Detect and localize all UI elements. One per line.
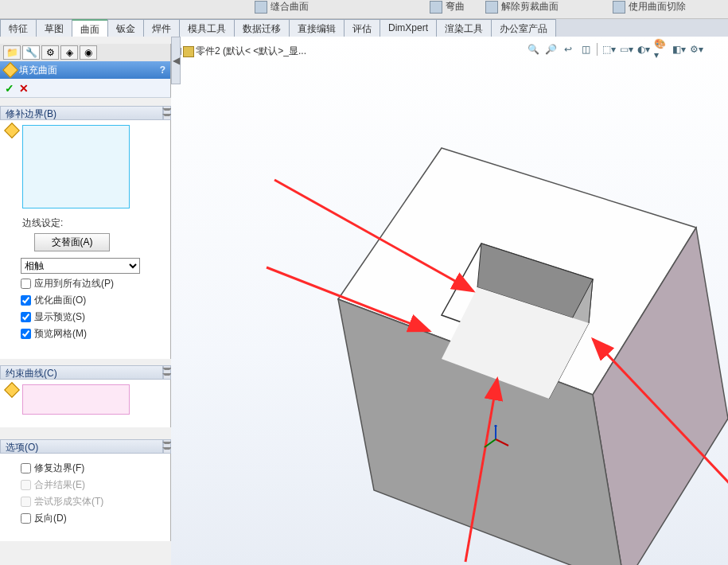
command-manager-tabs: 特征草图曲面钣金焊件模具工具数据迁移直接编辑评估DimXpert渲染工具办公室产… [0, 19, 728, 37]
orientation-triad-icon [481, 425, 510, 454]
apply-to-all-edges-row[interactable]: 应用到所有边线(P) [21, 277, 164, 290]
show-preview-checkbox[interactable] [21, 312, 31, 322]
display-style-icon[interactable]: ▭▾ [618, 41, 634, 57]
reverse-direction-checkbox[interactable] [21, 513, 31, 524]
show-preview-row[interactable]: 显示预览(S) [21, 310, 164, 324]
section-view-icon[interactable]: ◫ [578, 41, 594, 57]
reverse-direction-label: 反向(D) [34, 512, 67, 525]
cut-with-surface-label: 使用曲面切除 [629, 0, 686, 14]
show-preview-label: 显示预览(S) [34, 310, 85, 324]
cmd-tab-0[interactable]: 特征 [0, 19, 37, 37]
try-form-solid-row: 尝试形成实体(T) [21, 495, 164, 509]
section-grip-icon[interactable] [163, 365, 171, 380]
graphics-viewport[interactable]: + 零件2 (默认< <默认>_显... 🔍 🔎 ↩ ◫ ⬚▾ ▭▾ ◐▾ 🎨▾… [171, 37, 728, 565]
cmd-tab-3[interactable]: 钣金 [107, 19, 144, 37]
part-name-label: 零件2 (默认< <默认>_显... [196, 45, 306, 58]
try-form-solid-label: 尝试形成实体(T) [34, 495, 103, 509]
cmd-tab-5[interactable]: 模具工具 [179, 19, 235, 37]
boundary-selection-list[interactable] [22, 125, 130, 208]
svg-line-10 [485, 439, 496, 447]
fix-boundary-checkbox[interactable] [21, 463, 31, 473]
boundary-selection-icon [4, 123, 20, 138]
section-grip-icon[interactable] [163, 106, 171, 120]
previous-view-icon[interactable]: ↩ [560, 41, 576, 57]
cmd-tab-10[interactable]: 渲染工具 [436, 19, 492, 37]
zoom-area-icon[interactable]: 🔎 [543, 41, 559, 57]
preview-mesh-checkbox[interactable] [21, 329, 31, 339]
flex-label: 弯曲 [446, 0, 465, 14]
preview-mesh-label: 预览网格(M) [34, 327, 87, 341]
view-orientation-icon[interactable]: ⬚▾ [601, 41, 617, 57]
untrim-surface-label: 解除剪裁曲面 [501, 0, 559, 14]
fm-tab-feature-tree[interactable]: 📁 [3, 45, 21, 60]
fm-tab-property-manager[interactable]: 🔧 [22, 45, 40, 60]
fix-boundary-row[interactable]: 修复边界(F) [21, 462, 164, 475]
hide-show-icon[interactable]: ◐▾ [636, 41, 652, 57]
property-manager-title-bar: 填充曲面 ? [0, 61, 171, 79]
pm-help-button[interactable]: ? [160, 64, 165, 76]
cmd-tab-11[interactable]: 办公室产品 [491, 19, 556, 37]
flyout-feature-tree[interactable]: + 零件2 (默认< <默认>_显... [174, 45, 306, 58]
svg-line-9 [496, 439, 508, 446]
apply-to-all-edges-checkbox[interactable] [21, 279, 31, 289]
heads-up-view-toolbar: 🔍 🔎 ↩ ◫ ⬚▾ ▭▾ ◐▾ 🎨▾ ◧▾ ⚙▾ [525, 41, 704, 57]
cmd-tab-6[interactable]: 数据迁移 [234, 19, 290, 37]
optimize-surface-label: 优化曲面(O) [34, 294, 86, 307]
knit-surface-label: 缝合曲面 [271, 0, 309, 14]
property-manager-title: 填充曲面 [19, 64, 57, 77]
reverse-direction-row[interactable]: 反向(D) [21, 512, 164, 525]
constraint-curves-section-header[interactable]: 约束曲线(C) [0, 365, 163, 380]
pm-action-row: ✓ ✕ [0, 79, 171, 98]
merge-result-checkbox [21, 480, 31, 490]
zoom-fit-icon[interactable]: 🔍 [525, 41, 541, 57]
merge-result-row: 合并结果(E) [21, 478, 164, 492]
preview-mesh-row[interactable]: 预览网格(M) [21, 327, 164, 341]
alternate-face-button[interactable]: 交替面(A) [34, 233, 110, 251]
constraint-selection-icon [4, 382, 20, 398]
fm-tab-dimxpert[interactable]: ◈ [60, 45, 78, 60]
options-section-body: 修复边界(F) 合并结果(E) 尝试形成实体(T) 反向(D) [0, 454, 171, 541]
fix-boundary-label: 修复边界(F) [34, 462, 84, 475]
fm-tab-config-manager[interactable]: ⚙ [41, 45, 59, 60]
options-section-header[interactable]: 选项(O) [0, 439, 163, 454]
feature-manager-tabs: 📁 🔧 ⚙ ◈ ◉ [0, 44, 171, 61]
cut-with-surface-icon[interactable] [613, 1, 625, 14]
model-geometry [251, 116, 728, 565]
cmd-tab-9[interactable]: DimXpert [380, 19, 437, 37]
fm-tab-display-manager[interactable]: ◉ [80, 45, 97, 60]
cmd-tab-8[interactable]: 评估 [344, 19, 380, 37]
merge-result-label: 合并结果(E) [34, 478, 85, 492]
ok-button[interactable]: ✓ [5, 82, 14, 95]
svg-marker-11 [494, 425, 497, 427]
cancel-button[interactable]: ✕ [19, 82, 29, 95]
apply-scene-icon[interactable]: ◧▾ [671, 41, 687, 57]
optimize-surface-checkbox[interactable] [21, 295, 31, 306]
constraint-curves-section-body [0, 380, 171, 427]
view-settings-icon[interactable]: ⚙▾ [688, 41, 704, 57]
knit-surface-icon[interactable] [255, 1, 267, 14]
flex-icon[interactable] [430, 1, 442, 14]
patch-boundary-section-header[interactable]: 修补边界(B) [0, 106, 163, 120]
part-icon [183, 46, 194, 57]
toolbar-separator [597, 43, 598, 56]
untrim-surface-icon[interactable] [485, 1, 498, 14]
top-surface-tools-row: 缝合曲面 弯曲 解除剪裁曲面 使用曲面切除 [0, 0, 728, 19]
cmd-tab-7[interactable]: 直接编辑 [289, 19, 345, 37]
fill-surface-icon [2, 62, 18, 78]
cmd-tab-1[interactable]: 草图 [36, 19, 72, 37]
curvature-control-combo[interactable]: 相触 [21, 258, 140, 274]
optimize-surface-row[interactable]: 优化曲面(O) [21, 294, 164, 307]
cmd-tab-2[interactable]: 曲面 [72, 19, 108, 37]
edit-appearance-icon[interactable]: 🎨▾ [653, 41, 669, 57]
edge-settings-label: 边线设定: [22, 216, 164, 230]
apply-to-all-edges-label: 应用到所有边线(P) [34, 277, 114, 290]
patch-boundary-section-body: 边线设定: 交替面(A) 相触 应用到所有边线(P) 优化曲面(O) 显示预览(… [0, 120, 171, 359]
panel-collapse-handle[interactable]: ◀ [171, 37, 181, 84]
section-grip-icon[interactable] [163, 439, 171, 454]
try-form-solid-checkbox [21, 497, 31, 507]
cmd-tab-4[interactable]: 焊件 [143, 19, 180, 37]
constraint-selection-list[interactable] [22, 384, 130, 415]
